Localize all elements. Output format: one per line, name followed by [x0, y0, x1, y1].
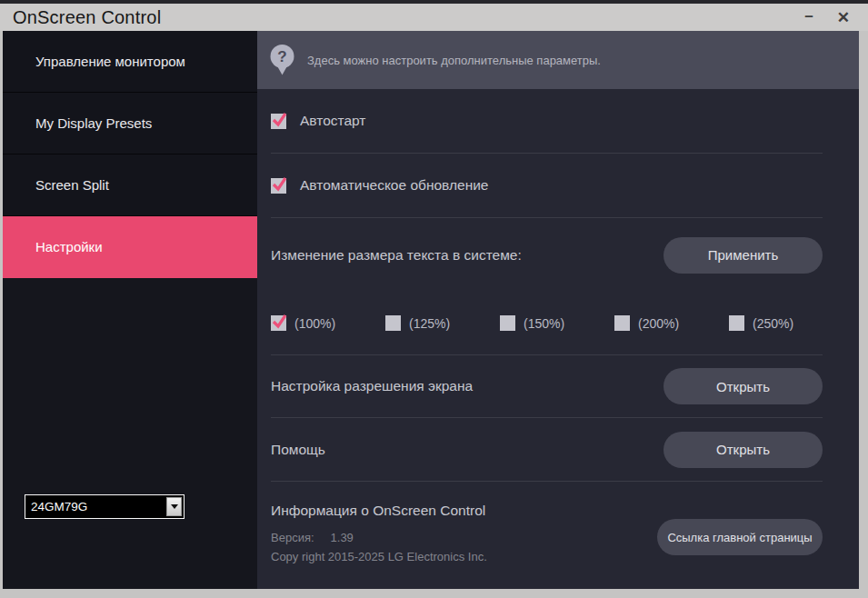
monitor-select-dropdown[interactable]: 24GM79G [25, 494, 185, 519]
minimize-button[interactable]: – [804, 8, 813, 24]
sidebar-item-label: Screen Split [35, 177, 109, 193]
scale-100-checkbox[interactable] [271, 315, 286, 331]
checkmark-icon [270, 110, 289, 129]
main-panel: ? Здесь можно настроить дополнительные п… [257, 31, 859, 589]
info-bar-text: Здесь можно настроить дополнительные пар… [307, 54, 601, 67]
row-about: Информация о OnScreen Control Версия:1.3… [271, 482, 823, 589]
window-controls: – ✕ [804, 10, 855, 25]
app-window: OnScreen Control – ✕ Управление мониторо… [0, 0, 868, 598]
resolution-label: Настройка разрешения экрана [271, 378, 473, 394]
info-bar: ? Здесь можно настроить дополнительные п… [257, 31, 859, 89]
row-help: Помощь Открыть [271, 418, 823, 482]
version-label: Версия: [271, 531, 314, 544]
scale-100-label: (100%) [294, 316, 335, 331]
sidebar-item-my-display-presets[interactable]: My Display Presets [3, 93, 257, 154]
homepage-link-button[interactable]: Ссылка главной страницы [657, 519, 823, 555]
sidebar-item-screen-split[interactable]: Screen Split [3, 154, 257, 216]
text-size-label: Изменение размера текста в системе: [271, 247, 522, 264]
scale-200-checkbox[interactable] [614, 315, 630, 331]
row-resolution: Настройка разрешения экрана Открыть [271, 355, 823, 418]
monitor-select-value: 24GM79G [25, 500, 165, 513]
sidebar-item-label: My Display Presets [35, 115, 152, 131]
about-heading: Информация о OnScreen Control [271, 503, 823, 519]
autostart-label: Автостарт [300, 113, 365, 129]
autostart-checkbox[interactable] [271, 114, 286, 129]
scale-150-label: (150%) [524, 316, 564, 331]
open-help-button[interactable]: Открыть [663, 432, 823, 468]
scale-150-checkbox[interactable] [500, 315, 515, 331]
settings-content: Автостарт Автоматическое обновление [257, 89, 859, 589]
scale-option-200: (200%) [614, 315, 729, 331]
scale-250-checkbox[interactable] [729, 315, 744, 331]
auto-update-label: Автоматическое обновление [300, 177, 488, 194]
scale-option-100: (100%) [271, 315, 385, 331]
caret-down-icon [171, 504, 178, 509]
checkmark-icon [270, 174, 289, 194]
dropdown-arrow-button[interactable] [166, 497, 182, 516]
sidebar-item-settings[interactable]: Настройки [3, 216, 257, 278]
scale-option-125: (125%) [385, 315, 500, 331]
app-body: Управление монитором My Display Presets … [3, 31, 859, 589]
scale-200-label: (200%) [638, 316, 679, 331]
sidebar-bottom: 24GM79G [25, 494, 257, 519]
scale-250-label: (250%) [753, 316, 793, 331]
sidebar-item-label: Управление монитором [35, 54, 185, 69]
close-button[interactable]: ✕ [837, 10, 850, 25]
help-label: Помощь [271, 442, 325, 458]
sidebar-item-label: Настройки [35, 239, 103, 254]
auto-update-checkbox[interactable] [271, 178, 286, 194]
sidebar-item-monitor-control[interactable]: Управление монитором [3, 31, 257, 93]
scale-option-250: (250%) [729, 315, 793, 331]
titlebar[interactable]: OnScreen Control – ✕ [0, 4, 868, 31]
window-title: OnScreen Control [13, 7, 161, 28]
sidebar: Управление монитором My Display Presets … [3, 31, 257, 589]
svg-text:?: ? [277, 48, 286, 65]
row-text-size-options: (100%) (125%) [271, 292, 823, 355]
scale-125-checkbox[interactable] [385, 315, 401, 331]
version-value: 1.39 [331, 531, 354, 544]
scale-125-label: (125%) [409, 316, 450, 331]
help-pin-icon: ? [270, 45, 294, 75]
open-resolution-button[interactable]: Открыть [663, 368, 823, 404]
window-frame: Управление монитором My Display Presets … [0, 31, 868, 598]
checkmark-icon [270, 312, 289, 331]
scale-option-150: (150%) [500, 315, 614, 331]
row-auto-update: Автоматическое обновление [271, 154, 823, 218]
row-text-size: Изменение размера текста в системе: Прим… [271, 218, 823, 292]
row-autostart: Автостарт [271, 89, 823, 154]
apply-button[interactable]: Применить [663, 237, 823, 274]
